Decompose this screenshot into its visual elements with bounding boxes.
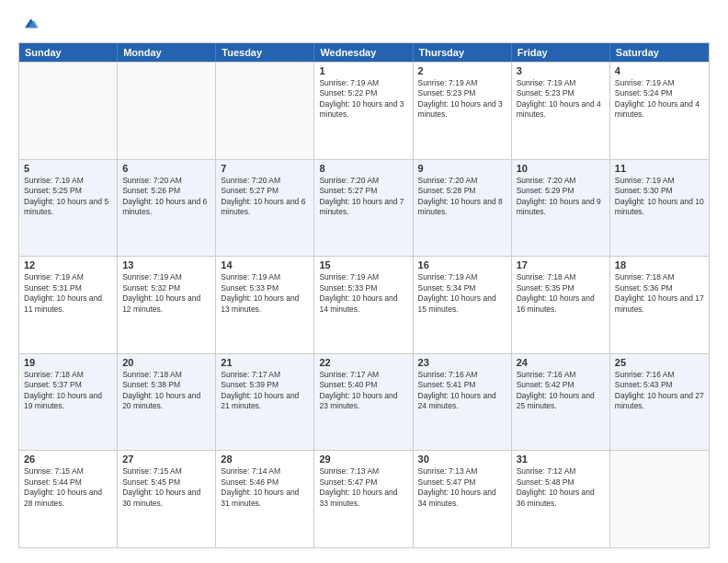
day-number: 13 [122,259,210,270]
cell-info: Sunrise: 7:13 AM Sunset: 5:47 PM Dayligh… [418,466,506,509]
day-number: 20 [122,357,210,368]
calendar-cell-4-1: 27Sunrise: 7:15 AM Sunset: 5:45 PM Dayli… [118,451,216,547]
calendar-row-3: 19Sunrise: 7:18 AM Sunset: 5:37 PM Dayli… [19,353,709,451]
cell-info: Sunrise: 7:12 AM Sunset: 5:48 PM Dayligh… [517,466,605,509]
day-number: 3 [517,65,605,76]
calendar-cell-3-0: 19Sunrise: 7:18 AM Sunset: 5:37 PM Dayli… [19,354,118,451]
calendar-cell-2-2: 14Sunrise: 7:19 AM Sunset: 5:33 PM Dayli… [216,257,314,353]
cell-info: Sunrise: 7:19 AM Sunset: 5:33 PM Dayligh… [319,272,407,315]
cell-info: Sunrise: 7:14 AM Sunset: 5:46 PM Dayligh… [221,466,309,509]
calendar-cell-1-2: 7Sunrise: 7:20 AM Sunset: 5:27 PM Daylig… [216,160,314,257]
cell-info: Sunrise: 7:15 AM Sunset: 5:44 PM Dayligh… [24,466,112,509]
calendar-cell-4-3: 29Sunrise: 7:13 AM Sunset: 5:47 PM Dayli… [314,451,413,547]
calendar-cell-0-1 [118,63,216,159]
calendar-cell-1-4: 9Sunrise: 7:20 AM Sunset: 5:28 PM Daylig… [414,160,512,257]
cell-info: Sunrise: 7:19 AM Sunset: 5:31 PM Dayligh… [24,272,112,315]
day-number: 6 [122,163,210,174]
cell-info: Sunrise: 7:20 AM Sunset: 5:27 PM Dayligh… [319,176,407,218]
cell-info: Sunrise: 7:18 AM Sunset: 5:36 PM Dayligh… [615,272,704,315]
calendar-cell-3-3: 22Sunrise: 7:17 AM Sunset: 5:40 PM Dayli… [314,354,413,451]
calendar-cell-4-6 [610,451,709,547]
cell-info: Sunrise: 7:20 AM Sunset: 5:27 PM Dayligh… [221,176,309,218]
page: SundayMondayTuesdayWednesdayThursdayFrid… [0,0,728,563]
cell-info: Sunrise: 7:18 AM Sunset: 5:35 PM Dayligh… [517,272,605,315]
cell-info: Sunrise: 7:19 AM Sunset: 5:23 PM Dayligh… [418,78,506,121]
cell-info: Sunrise: 7:18 AM Sunset: 5:38 PM Dayligh… [122,370,210,412]
day-number: 17 [517,259,605,270]
calendar-cell-3-2: 21Sunrise: 7:17 AM Sunset: 5:39 PM Dayli… [216,354,314,451]
calendar-cell-4-5: 31Sunrise: 7:12 AM Sunset: 5:48 PM Dayli… [512,451,610,547]
calendar-cell-1-6: 11Sunrise: 7:19 AM Sunset: 5:30 PM Dayli… [610,160,709,257]
day-number: 21 [221,357,309,368]
cell-info: Sunrise: 7:13 AM Sunset: 5:47 PM Dayligh… [319,466,407,509]
day-number: 23 [418,357,506,368]
calendar-cell-3-6: 25Sunrise: 7:16 AM Sunset: 5:43 PM Dayli… [610,354,709,451]
calendar-cell-0-4: 2Sunrise: 7:19 AM Sunset: 5:23 PM Daylig… [414,63,512,159]
cell-info: Sunrise: 7:18 AM Sunset: 5:37 PM Dayligh… [24,370,112,412]
cell-info: Sunrise: 7:15 AM Sunset: 5:45 PM Dayligh… [122,466,210,509]
header-day-monday: Monday [118,43,216,62]
calendar-cell-1-0: 5Sunrise: 7:19 AM Sunset: 5:25 PM Daylig… [19,160,118,257]
cell-info: Sunrise: 7:17 AM Sunset: 5:40 PM Dayligh… [319,370,407,412]
cell-info: Sunrise: 7:16 AM Sunset: 5:43 PM Dayligh… [615,370,704,412]
day-number: 18 [615,259,704,270]
calendar-header: SundayMondayTuesdayWednesdayThursdayFrid… [19,43,709,62]
logo [18,15,39,33]
day-number: 31 [517,454,605,465]
day-number: 16 [418,259,506,270]
header [18,15,710,33]
calendar-cell-0-6: 4Sunrise: 7:19 AM Sunset: 5:24 PM Daylig… [610,63,709,159]
cell-info: Sunrise: 7:19 AM Sunset: 5:30 PM Dayligh… [615,176,704,218]
calendar-cell-4-4: 30Sunrise: 7:13 AM Sunset: 5:47 PM Dayli… [414,451,512,547]
day-number: 30 [418,454,506,465]
day-number: 24 [517,357,605,368]
day-number: 9 [418,163,506,174]
calendar-cell-4-0: 26Sunrise: 7:15 AM Sunset: 5:44 PM Dayli… [19,451,118,547]
calendar-cell-2-3: 15Sunrise: 7:19 AM Sunset: 5:33 PM Dayli… [314,257,413,353]
calendar-cell-2-5: 17Sunrise: 7:18 AM Sunset: 5:35 PM Dayli… [512,257,610,353]
calendar-cell-1-3: 8Sunrise: 7:20 AM Sunset: 5:27 PM Daylig… [314,160,413,257]
cell-info: Sunrise: 7:20 AM Sunset: 5:26 PM Dayligh… [122,176,210,218]
day-number: 7 [221,163,309,174]
cell-info: Sunrise: 7:19 AM Sunset: 5:34 PM Dayligh… [418,272,506,315]
cell-info: Sunrise: 7:17 AM Sunset: 5:39 PM Dayligh… [221,370,309,412]
day-number: 5 [24,163,112,174]
header-day-wednesday: Wednesday [314,43,413,62]
day-number: 11 [615,163,704,174]
day-number: 15 [319,259,407,270]
day-number: 1 [319,65,407,76]
cell-info: Sunrise: 7:19 AM Sunset: 5:24 PM Dayligh… [615,78,704,121]
calendar-cell-2-0: 12Sunrise: 7:19 AM Sunset: 5:31 PM Dayli… [19,257,118,353]
calendar-cell-4-2: 28Sunrise: 7:14 AM Sunset: 5:46 PM Dayli… [216,451,314,547]
logo-icon [20,15,39,33]
header-day-saturday: Saturday [610,43,709,62]
calendar-cell-3-1: 20Sunrise: 7:18 AM Sunset: 5:38 PM Dayli… [118,354,216,451]
cell-info: Sunrise: 7:19 AM Sunset: 5:23 PM Dayligh… [517,78,605,121]
header-day-tuesday: Tuesday [216,43,314,62]
day-number: 2 [418,65,506,76]
day-number: 22 [319,357,407,368]
calendar-cell-1-1: 6Sunrise: 7:20 AM Sunset: 5:26 PM Daylig… [118,160,216,257]
day-number: 19 [24,357,112,368]
day-number: 27 [122,454,210,465]
cell-info: Sunrise: 7:19 AM Sunset: 5:33 PM Dayligh… [221,272,309,315]
calendar-cell-0-5: 3Sunrise: 7:19 AM Sunset: 5:23 PM Daylig… [512,63,610,159]
header-day-thursday: Thursday [414,43,512,62]
cell-info: Sunrise: 7:19 AM Sunset: 5:32 PM Dayligh… [122,272,210,315]
calendar-cell-3-4: 23Sunrise: 7:16 AM Sunset: 5:41 PM Dayli… [414,354,512,451]
calendar-cell-3-5: 24Sunrise: 7:16 AM Sunset: 5:42 PM Dayli… [512,354,610,451]
header-day-sunday: Sunday [19,43,118,62]
cell-info: Sunrise: 7:20 AM Sunset: 5:28 PM Dayligh… [418,176,506,218]
day-number: 14 [221,259,309,270]
calendar-row-0: 1Sunrise: 7:19 AM Sunset: 5:22 PM Daylig… [19,62,709,159]
calendar-cell-0-2 [216,63,314,159]
day-number: 29 [319,454,407,465]
day-number: 4 [615,65,704,76]
calendar-body: 1Sunrise: 7:19 AM Sunset: 5:22 PM Daylig… [19,62,709,547]
calendar-cell-0-0 [19,63,118,159]
calendar-cell-0-3: 1Sunrise: 7:19 AM Sunset: 5:22 PM Daylig… [314,63,413,159]
calendar-cell-2-1: 13Sunrise: 7:19 AM Sunset: 5:32 PM Dayli… [118,257,216,353]
day-number: 28 [221,454,309,465]
day-number: 8 [319,163,407,174]
calendar-row-1: 5Sunrise: 7:19 AM Sunset: 5:25 PM Daylig… [19,159,709,257]
